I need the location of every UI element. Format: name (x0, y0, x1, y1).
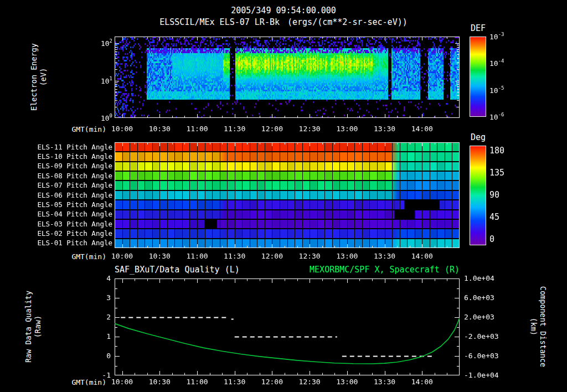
els-science-display: 2005/349 09:54:00.000 ELSSCIL/MEx ELS-07… (0, 0, 567, 392)
time-tick-label: 12:30 (299, 252, 321, 260)
time-tick-label: 11:30 (224, 378, 245, 386)
pitch-row-label: ELS-09 Pitch Angle (38, 163, 112, 171)
def-tick-label: 10-3 (489, 32, 504, 41)
time-tick-label: 11:30 (224, 125, 245, 133)
quality-tick-label: 1 (106, 333, 111, 341)
time-tick-label: 12:00 (261, 252, 283, 260)
deg-tick-label: 0 (489, 235, 494, 244)
quality-tick-label: 2 (106, 313, 111, 321)
distance-tick-label: 1.0e+04 (464, 275, 494, 282)
time-tick-label: 12:00 (261, 378, 283, 386)
time-tick-label: 12:00 (261, 125, 283, 133)
quality-tick-label: 3 (106, 294, 111, 302)
time-tick-label: 13:00 (336, 378, 358, 386)
time-tick-label: 12:30 (299, 378, 321, 386)
def-tick-label: 10-6 (489, 112, 504, 121)
pitch-row-label: ELS-02 Pitch Angle (38, 230, 112, 238)
pitch-row-label: ELS-08 Pitch Angle (38, 172, 112, 180)
deg-tick-label: 135 (489, 168, 504, 178)
time-tick-label: 13:30 (374, 252, 395, 260)
time-tick-label: 10:00 (111, 378, 133, 386)
time-tick-label: 10:30 (149, 125, 171, 133)
quality-tick-label: 0 (106, 352, 111, 360)
time-tick-label: 11:30 (224, 252, 245, 260)
def-tick-label: 10-5 (489, 86, 504, 95)
pitch-row-label: ELS-10 Pitch Angle (38, 153, 112, 161)
time-tick-label: 13:00 (336, 252, 358, 260)
time-tick-label: 11:00 (186, 378, 208, 386)
pitch-row-label: ELS-04 Pitch Angle (38, 210, 112, 218)
energy-tick-label: 100 (101, 114, 112, 122)
distance-tick-label: -1.0e+04 (464, 372, 499, 379)
pitch-row-label: ELS-03 Pitch Angle (38, 220, 112, 228)
time-tick-label: 10:30 (149, 378, 171, 386)
time-tick-label: 10:00 (111, 125, 133, 133)
def-tick-label: 10-4 (489, 59, 504, 68)
time-tick-label: 11:00 (186, 252, 208, 260)
time-tick-label: 13:00 (336, 125, 358, 133)
energy-tick-label: 101 (101, 76, 112, 85)
time-tick-label: 14:00 (411, 378, 433, 386)
time-tick-label: 10:00 (111, 252, 133, 260)
pitch-row-label: ELS-06 Pitch Angle (38, 192, 112, 199)
energy-tick-label: 102 (101, 39, 112, 48)
time-tick-label: 12:30 (299, 125, 321, 133)
distance-tick-label: 6.0e+03 (464, 294, 494, 302)
time-tick-label: 10:30 (149, 252, 171, 260)
distance-tick-label: -2.0e+03 (464, 333, 499, 341)
pitch-row-label: ELS-07 Pitch Angle (38, 182, 112, 189)
distance-tick-label: 2.0e+03 (464, 313, 494, 321)
time-tick-label: 13:30 (374, 378, 395, 386)
pitch-row-label: ELS-01 Pitch Angle (38, 239, 112, 247)
tick-label-overlay: 10:0010:3011:0011:3012:0012:3013:0013:30… (0, 0, 567, 392)
pitch-row-label: ELS-11 Pitch Angle (38, 143, 112, 151)
quality-tick-label: -1 (102, 372, 111, 379)
time-tick-label: 11:00 (186, 125, 208, 133)
distance-tick-label: -6.0e+03 (464, 352, 499, 360)
time-tick-label: 13:30 (374, 125, 395, 133)
quality-tick-label: 4 (106, 275, 111, 282)
time-tick-label: 14:00 (411, 125, 433, 133)
deg-tick-label: 45 (489, 213, 499, 222)
time-tick-label: 14:00 (411, 252, 433, 260)
deg-tick-label: 90 (489, 190, 499, 200)
deg-tick-label: 180 (489, 146, 504, 156)
pitch-row-label: ELS-05 Pitch Angle (38, 201, 112, 209)
